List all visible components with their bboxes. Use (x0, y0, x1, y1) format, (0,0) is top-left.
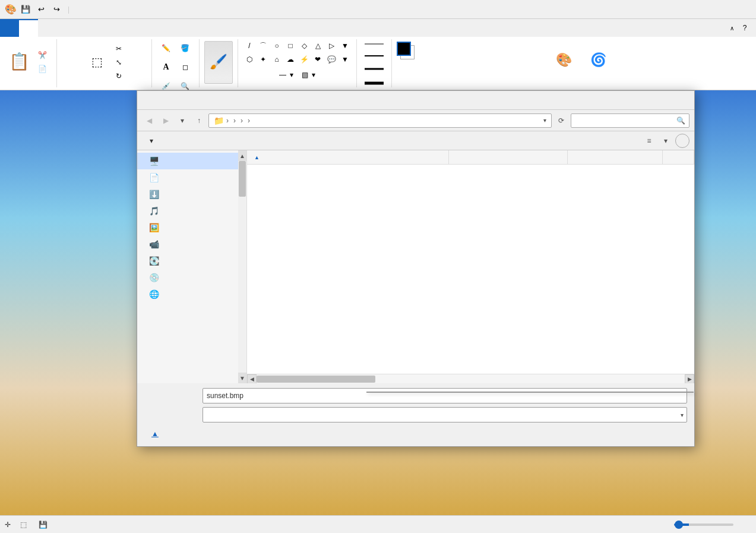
size-3-btn[interactable] (362, 63, 387, 75)
edit-colors-btn[interactable]: 🎨 (549, 39, 578, 82)
edit-paint3d-btn[interactable]: 🌀 (581, 39, 615, 82)
sidebar-item-downloads[interactable]: ⬇️ (137, 186, 246, 203)
ribbon-collapse-btn[interactable]: ∧ (725, 21, 738, 34)
file-name-input[interactable] (203, 388, 687, 403)
shape-2[interactable]: ⌒ (257, 39, 270, 52)
undo-btn[interactable]: ↩ (34, 3, 48, 16)
h-scroll-left-btn[interactable]: ◀ (247, 374, 257, 384)
shape-13[interactable]: ❤ (311, 53, 324, 66)
outline-btn[interactable]: — ▾ (276, 68, 296, 81)
rotate-btn[interactable]: ↻ (113, 70, 126, 83)
shape-5[interactable]: ◇ (298, 39, 311, 52)
col-date[interactable] (449, 150, 568, 165)
shape-arrow[interactable]: ▼ (339, 39, 352, 52)
redo-btn[interactable]: ↪ (50, 3, 63, 16)
sidebar-item-music[interactable]: 🎵 (137, 203, 246, 219)
hide-folders-btn[interactable]: ▲ (151, 430, 161, 438)
copy-btn[interactable]: 📄 (35, 62, 52, 75)
zoom-out-btn[interactable] (656, 518, 669, 531)
text-btn[interactable]: A (157, 58, 175, 76)
shape-3[interactable]: ○ (270, 39, 283, 52)
col-type[interactable] (568, 150, 663, 165)
sidebar-item-pictures[interactable]: 🖼️ (137, 219, 246, 236)
tab-home[interactable] (19, 19, 38, 37)
shapes-items: / ⌒ ○ □ ◇ △ ▷ ▼ ⬡ ✦ ⌂ ☁ ⚡ ❤ 💬 ▼ (243, 39, 352, 85)
crop-btn[interactable]: ✂ (113, 42, 126, 55)
sidebar-scrollbar[interactable] (238, 161, 246, 373)
bucket-btn[interactable]: 🪣 (176, 39, 194, 57)
documents-icon: 📄 (149, 173, 159, 182)
dialog-close-btn[interactable] (672, 93, 687, 108)
h-scroll-right-btn[interactable]: ▶ (685, 374, 694, 384)
select-btn[interactable]: ⬚ (82, 41, 112, 84)
ribbon-group-image: ⬚ ✂ ⤡ ↻ (57, 39, 152, 87)
sidebar-item-documents[interactable]: 📄 (137, 169, 246, 186)
address-path[interactable]: 📁 › › › › ▾ (208, 113, 552, 128)
shape-8[interactable]: ⬡ (243, 53, 256, 66)
sidebar: ▲ 🖥️ 📄 ⬇️ 🎵 🖼️ 📹 (137, 150, 247, 383)
path-dropdown-icon[interactable]: ▾ (543, 117, 546, 124)
new-folder-btn[interactable] (163, 134, 174, 148)
shape-14[interactable]: 💬 (325, 53, 338, 66)
ribbon-help-btn[interactable]: ? (738, 21, 751, 34)
size-2-btn[interactable] (362, 51, 387, 61)
resize-btn[interactable]: ⤡ (113, 56, 126, 69)
eraser-btn[interactable]: ◻ (176, 58, 194, 76)
sidebar-item-network[interactable]: 🌐 (137, 286, 246, 302)
shape-11[interactable]: ☁ (284, 53, 297, 66)
file-tab[interactable] (0, 19, 19, 37)
shape-4[interactable]: □ (284, 39, 297, 52)
save-quick-btn[interactable]: 💾 (19, 3, 32, 16)
h-scroll-thumb[interactable] (257, 376, 375, 383)
up-btn[interactable]: ↑ (192, 113, 206, 128)
save-as-type-row: ▾ (144, 407, 687, 422)
cut-btn[interactable]: ✂️ (35, 49, 52, 62)
datad-icon: 💿 (149, 273, 159, 282)
pencil-btn[interactable]: ✏️ (157, 39, 175, 57)
shape-12[interactable]: ⚡ (298, 53, 311, 66)
tab-view[interactable] (38, 19, 57, 37)
shape-15[interactable]: ▼ (339, 53, 352, 66)
back-btn[interactable]: ◀ (142, 113, 156, 128)
edit-colors-area: 🎨 (549, 39, 578, 82)
file-name-row (144, 388, 687, 403)
help-btn[interactable] (675, 134, 689, 148)
fill-btn[interactable]: ▧ ▾ (299, 68, 318, 81)
sidebar-item-desktop[interactable]: 🖥️ (137, 153, 246, 169)
sidebar-item-videos[interactable]: 📹 (137, 236, 246, 253)
size-1-btn[interactable] (362, 39, 387, 49)
file-list-area: ▲ ◀ ▶ (247, 150, 694, 383)
sidebar-item-osc[interactable]: 💽 (137, 253, 246, 269)
zoom-slider[interactable] (674, 523, 733, 526)
sidebar-scroll-up[interactable]: ▲ (238, 150, 246, 161)
sidebar-scrollbar-thumb[interactable] (239, 161, 246, 197)
paste-btn[interactable]: 📋 (5, 41, 34, 84)
minimize-btn[interactable] (669, 0, 697, 19)
maximize-btn[interactable] (697, 0, 724, 19)
view-btn[interactable]: ≡ (642, 134, 656, 148)
sidebar-item-datad[interactable]: 💿 (137, 269, 246, 286)
search-input[interactable] (575, 116, 674, 125)
view-dropdown-btn[interactable]: ▾ (659, 134, 673, 148)
sidebar-scroll-down[interactable]: ▼ (238, 373, 246, 383)
col-size[interactable] (663, 150, 694, 165)
shape-9[interactable]: ✦ (257, 53, 270, 66)
h-scroll-track[interactable] (257, 374, 685, 384)
shape-1[interactable]: / (243, 39, 256, 52)
zoom-in-btn[interactable] (738, 518, 751, 531)
brushes-btn[interactable]: 🖌️ (204, 41, 233, 84)
dropdown-btn[interactable]: ▾ (175, 113, 189, 128)
shape-7[interactable]: ▷ (325, 39, 338, 52)
shape-10[interactable]: ⌂ (270, 53, 283, 66)
refresh-btn[interactable]: ⟳ (554, 113, 568, 128)
save-as-type-select[interactable] (203, 407, 687, 422)
title-bar: 🎨 💾 ↩ ↪ | (0, 0, 756, 19)
col-name[interactable]: ▲ (247, 150, 449, 165)
size-options (362, 39, 387, 90)
forward-btn[interactable]: ▶ (159, 113, 173, 128)
shape-6[interactable]: △ (311, 39, 324, 52)
size-4-btn[interactable] (362, 77, 387, 90)
close-btn[interactable] (724, 0, 751, 19)
color1-swatch[interactable] (397, 42, 411, 56)
organize-btn[interactable]: ▾ (142, 134, 159, 148)
